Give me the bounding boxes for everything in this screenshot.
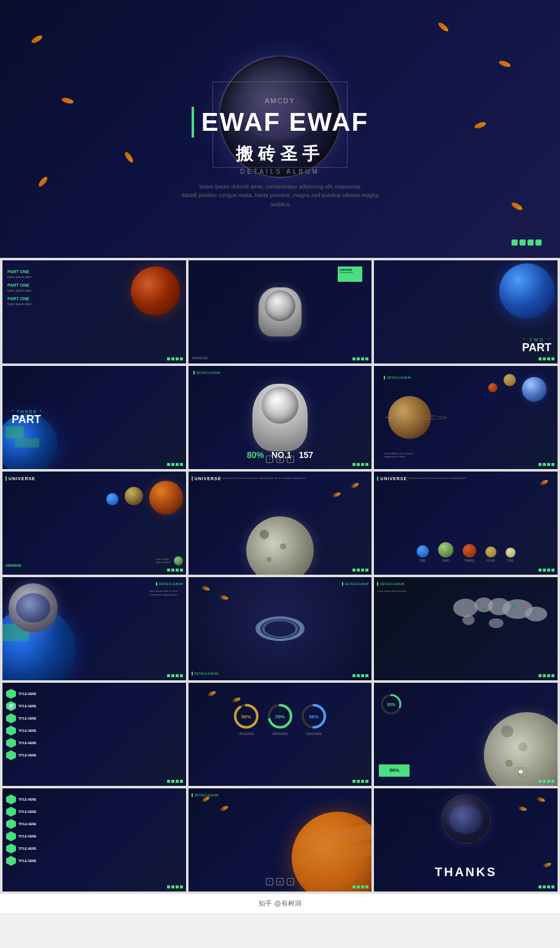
dot-4: [365, 674, 368, 677]
slide-r3c2: UNIVERSE lorem ipsum dolor sit amet cons…: [189, 472, 372, 575]
moon-object: [246, 516, 314, 575]
dot-1: [167, 780, 170, 783]
prog-70-container: 70% UNIVERSE: [266, 702, 294, 736]
part-one-label-3: PART ONE: [7, 297, 32, 301]
dot-2: [357, 569, 360, 572]
hex2-icon-6: [6, 856, 16, 866]
hex-title-3: TITLE HERE: [18, 717, 36, 720]
fp-one: ONE: [416, 545, 429, 562]
dot-4: [365, 463, 368, 466]
svg-point-5: [462, 615, 475, 625]
slide-r4c1: DETAILS ALBUM lorem ipsum dolor sit amet…: [2, 577, 186, 680]
hex2-title-6: TITLE HERE: [18, 859, 36, 863]
dot-4: [551, 463, 554, 466]
dot-3: [547, 674, 550, 677]
social-g-icon: g: [279, 880, 281, 884]
astronaut-large: [252, 384, 308, 451]
dot-1: [352, 674, 356, 677]
fp-two: TWO: [438, 542, 453, 562]
planet-gold-r3c1: [125, 487, 143, 505]
hex-title-2: TITLE HERE: [18, 704, 36, 708]
fp-planet-4: [485, 546, 496, 558]
hex-title-6: TITLE HERE: [18, 753, 36, 757]
dot-2: [543, 885, 546, 888]
hex-icon-1: [6, 689, 16, 699]
saturn-ring: [385, 416, 446, 420]
social-g-r6c2: g: [276, 878, 284, 885]
dot-2: [171, 885, 174, 888]
dot-2: [543, 780, 546, 783]
details-album-r4c3: DETAILS ALBUM: [377, 582, 404, 586]
hex2-icon-3: [6, 819, 16, 829]
slide-r1c2: UNIVERSE Details text here UNIVERSE: [189, 260, 372, 363]
hex2-item-1: TITLE HERE: [6, 795, 182, 804]
svg-point-8: [482, 608, 485, 611]
dot-1: [539, 569, 542, 572]
slide-r5c3: 30% 50% 💬: [374, 683, 558, 786]
part-one-label-1: PART ONE: [7, 270, 32, 274]
dot-3: [176, 463, 179, 466]
hero-small-label: AMCDY: [126, 97, 434, 104]
thanks-title: THANKS: [435, 865, 497, 879]
social-f-r6c2: f: [266, 878, 273, 885]
svg-point-4: [525, 607, 547, 621]
dot-2: [171, 569, 174, 572]
svg-text:50%: 50%: [309, 714, 319, 720]
watermark: 知乎 @有树洞: [0, 894, 560, 913]
dot-3: [361, 885, 364, 888]
dot-4: [180, 357, 183, 360]
prog-50-container: 50% UNIVERSE: [300, 702, 327, 736]
hex2-title-5: TITLE HERE: [18, 847, 36, 850]
green-dot-1: [511, 239, 518, 246]
chat-bubble-icon: 💬: [518, 769, 524, 775]
meteor-4: [37, 176, 49, 188]
fp-five: FIVE: [505, 548, 515, 562]
hex2-item-3: TITLE HERE: [6, 819, 182, 829]
hex-icon-6: [6, 750, 16, 760]
prog-70-svg: 70%: [266, 702, 294, 730]
dot-1: [352, 569, 356, 572]
part-one-sub-2: lorem ipsum dolor: [7, 289, 32, 293]
dot-1: [352, 885, 356, 888]
slide-dots-r5c1: [167, 780, 183, 783]
social-row-r2c2: f g t: [266, 456, 294, 463]
details-album-r4c2-b: DETAILS ALBUM: [192, 672, 219, 675]
hex-icon-5: [6, 738, 16, 748]
hero-chinese-title: 搬砖圣手: [126, 142, 434, 166]
comet-r3c2-2: [332, 492, 341, 499]
slide-dots-r2c1: [167, 463, 183, 466]
meteor-6: [61, 97, 74, 105]
dot-3: [547, 780, 550, 783]
hero-text-block: AMCDY EWAF EWAF 搬砖圣手 DETAILS ALBUM lorem…: [126, 97, 434, 209]
dot-4: [180, 569, 183, 572]
hex2-title-2: TITLE HERE: [18, 810, 36, 814]
comet-thanks-3: [542, 862, 551, 869]
dot-4: [365, 780, 368, 783]
five-planets: ONE TWO THREE FOUR FIVE: [416, 542, 515, 562]
meteor-1: [30, 34, 43, 45]
slide-dots-r6c2: [352, 885, 368, 888]
prog-30-svg: 30%: [379, 692, 403, 717]
hex2-icon-1: [6, 795, 16, 804]
slide-r6c3: THANKS: [374, 788, 558, 892]
dot-1: [167, 674, 170, 677]
prog-90-svg: 90%: [232, 702, 260, 730]
svg-text:90%: 90%: [241, 714, 251, 720]
hex2-icon-4: [6, 831, 16, 841]
hero-desc: lorem ipsum dolorsit amet, consectetaur …: [126, 182, 434, 209]
dot-4: [551, 674, 554, 677]
prog-90-label: UNIVERSE: [238, 732, 254, 736]
hex-item-1: TITLE HERE: [6, 689, 182, 699]
details-text-r4c3: lorem ipsum dolor sit amet: [377, 589, 414, 593]
stat-157: 157: [299, 450, 313, 460]
hex2-item-4: TITLE HERE: [6, 831, 182, 841]
venus-planet: [292, 812, 371, 892]
slide-dots-r4c2: [352, 674, 368, 677]
slide-r5c2: 90% UNIVERSE 70% UNIVERSE: [189, 683, 372, 786]
slide-r2c1: " THREE " PART: [2, 366, 186, 469]
dot-2: [171, 780, 174, 783]
dot-2: [357, 674, 360, 677]
dot-4: [180, 463, 183, 466]
prog-70-label: UNIVERSE: [272, 732, 288, 736]
slide-dots-r2c2: [352, 463, 368, 466]
